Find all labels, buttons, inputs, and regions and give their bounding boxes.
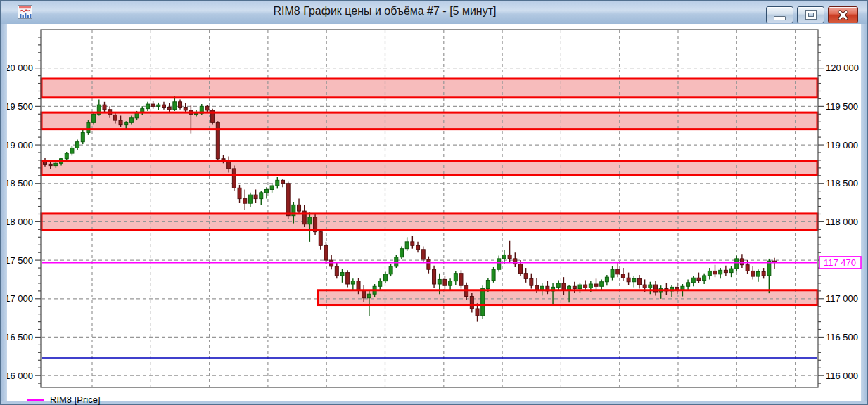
y-axis-label-right: 116 000 xyxy=(826,371,858,381)
candle-bull xyxy=(54,163,58,165)
candle-bear xyxy=(616,269,620,274)
minimize-button[interactable] xyxy=(766,6,793,23)
candle-bull xyxy=(248,195,252,203)
y-axis-label-left: 116 500 xyxy=(7,332,33,342)
chart-window-icon[interactable] xyxy=(18,5,32,19)
candle-bull xyxy=(76,142,79,148)
price-zone-fill xyxy=(42,79,817,98)
candle-bear xyxy=(357,281,360,290)
candle-bull xyxy=(449,281,452,286)
candle-bear xyxy=(740,259,743,265)
candle-bull xyxy=(264,189,268,192)
candle-bear xyxy=(476,309,479,316)
candle-bear xyxy=(535,285,539,289)
price-chart-plot[interactable]: 116 000116 000116 500116 500117 000117 0… xyxy=(7,24,862,403)
series-label: RIM8 [Price] xyxy=(50,394,101,405)
candle-bear xyxy=(411,242,414,245)
candle-bull xyxy=(735,259,739,269)
candle-bull xyxy=(649,285,652,288)
candle-bear xyxy=(319,232,322,246)
series-color-swatch xyxy=(27,399,44,401)
candle-bear xyxy=(151,104,155,106)
candle-bull xyxy=(605,277,608,282)
candle-bull xyxy=(395,257,398,266)
chart-window: RIM8 График цены и объёма #7 - [5 минут]… xyxy=(0,0,868,405)
candle-bear xyxy=(713,271,717,274)
close-button[interactable] xyxy=(828,6,858,23)
y-axis-label-left: 117 000 xyxy=(7,293,33,304)
y-axis-label-right: 117 000 xyxy=(826,293,858,304)
y-axis-label-right: 119 500 xyxy=(826,101,858,112)
candle-bull xyxy=(146,104,149,109)
candle-bear xyxy=(621,274,625,278)
candle-bull xyxy=(400,249,403,257)
candle-bear xyxy=(643,285,646,288)
candle-bull xyxy=(589,284,592,288)
titlebar[interactable]: RIM8 График цены и объёма #7 - [5 минут] xyxy=(1,1,867,25)
candle-bear xyxy=(562,283,566,290)
candle-bull xyxy=(703,276,706,281)
candle-bear xyxy=(762,272,765,276)
window-controls xyxy=(766,6,858,23)
candle-bull xyxy=(129,118,133,123)
candle-bear xyxy=(421,250,425,259)
candle-bull xyxy=(492,269,495,280)
candle-bull xyxy=(81,133,84,142)
candle-bull xyxy=(497,259,501,269)
candle-bear xyxy=(243,199,247,204)
candle-bull xyxy=(308,217,312,224)
candle-bear xyxy=(346,273,350,284)
price-zone-fill xyxy=(42,112,817,129)
candle-bear xyxy=(335,266,338,276)
y-axis-label-right: 120 000 xyxy=(826,63,859,73)
candle-bear xyxy=(627,278,630,281)
candle-bear xyxy=(746,265,749,271)
candle-bull xyxy=(87,122,90,132)
y-axis-label-right: 116 500 xyxy=(826,332,858,342)
candle-bull xyxy=(383,274,387,281)
chart-content: 116 000116 000116 500116 500117 000117 0… xyxy=(7,24,861,401)
price-zone-fill xyxy=(42,161,817,175)
candle-bull xyxy=(708,271,711,276)
candle-bear xyxy=(697,278,701,280)
maximize-icon xyxy=(806,11,816,19)
candle-bull xyxy=(351,281,355,284)
candle-bull xyxy=(157,105,160,106)
candle-bear xyxy=(443,279,447,285)
candle-bear xyxy=(49,164,52,165)
candle-bear xyxy=(216,122,219,158)
candle-bear xyxy=(416,245,420,249)
window-title: RIM8 График цены и объёма #7 - [5 минут] xyxy=(36,5,734,18)
candle-bull xyxy=(270,186,274,189)
y-axis-label-left: 120 000 xyxy=(7,63,33,73)
candle-bull xyxy=(260,193,263,199)
candle-bull xyxy=(70,148,74,153)
candle-bear xyxy=(298,205,301,211)
candle-bull xyxy=(405,242,409,249)
y-axis-label-left: 117 500 xyxy=(7,255,33,266)
candle-bear xyxy=(162,105,165,107)
candle-bear xyxy=(324,245,328,260)
current-price-tag-label: 117 470 xyxy=(824,257,856,268)
candle-bull xyxy=(568,286,571,289)
candle-bear xyxy=(179,102,182,108)
candle-bull xyxy=(600,282,604,287)
candle-bull xyxy=(454,274,457,281)
candle-bear xyxy=(427,259,430,269)
candle-bear xyxy=(205,106,209,110)
window-frame-left xyxy=(1,24,7,404)
candle-bear xyxy=(724,270,727,272)
candle-bull xyxy=(611,269,614,277)
maximize-button[interactable] xyxy=(797,6,824,23)
candle-bear xyxy=(254,195,257,198)
candle-bear xyxy=(238,188,241,198)
candle-bull xyxy=(729,269,733,272)
candle-bull xyxy=(65,153,68,159)
y-axis-label-left: 118 500 xyxy=(7,178,33,188)
candle-bear xyxy=(113,115,117,120)
candle-bull xyxy=(719,270,722,274)
y-axis-label-right: 118 000 xyxy=(826,217,858,227)
candle-bear xyxy=(362,290,366,298)
candle-bull xyxy=(486,281,490,289)
candle-bull xyxy=(173,102,177,110)
